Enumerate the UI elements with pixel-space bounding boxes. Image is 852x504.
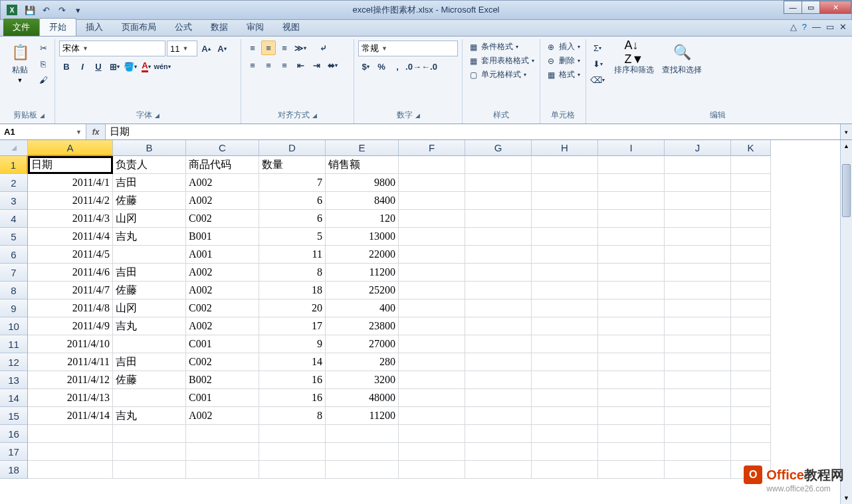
- percent-button[interactable]: %: [374, 59, 389, 74]
- cell[interactable]: 数量: [259, 156, 326, 174]
- row-header[interactable]: 1: [0, 156, 28, 174]
- cell[interactable]: [326, 461, 399, 479]
- cell[interactable]: [28, 425, 113, 443]
- format-painter-button[interactable]: 🖌: [36, 72, 51, 87]
- cell[interactable]: 2011/4/9: [28, 317, 113, 335]
- cell[interactable]: [465, 210, 532, 228]
- cell[interactable]: [465, 389, 532, 407]
- cell[interactable]: [113, 443, 186, 461]
- undo-button[interactable]: ↶: [39, 3, 53, 17]
- cell[interactable]: 2011/4/11: [28, 353, 113, 371]
- cell[interactable]: 17: [259, 317, 326, 335]
- cell[interactable]: [465, 299, 532, 317]
- cell[interactable]: [665, 461, 731, 479]
- cell[interactable]: [399, 210, 465, 228]
- row-header[interactable]: 5: [0, 228, 28, 246]
- cell[interactable]: [598, 407, 665, 425]
- cell[interactable]: C001: [186, 335, 259, 353]
- cell[interactable]: 11200: [326, 264, 399, 282]
- cell[interactable]: [665, 443, 731, 461]
- cell[interactable]: [665, 389, 731, 407]
- insert-cells-button[interactable]: ⊕插入▾: [544, 41, 582, 53]
- cell[interactable]: 9800: [326, 174, 399, 192]
- copy-button[interactable]: ⎘: [36, 56, 51, 71]
- cell[interactable]: [399, 246, 465, 264]
- cell[interactable]: 8: [259, 407, 326, 425]
- cell[interactable]: [598, 282, 665, 299]
- row-header[interactable]: 11: [0, 335, 28, 353]
- align-right-button[interactable]: ≡: [277, 58, 292, 72]
- cell[interactable]: [598, 264, 665, 282]
- number-format-select[interactable]: 常规▼: [358, 41, 458, 56]
- row-header[interactable]: 2: [0, 174, 28, 192]
- cell[interactable]: [326, 443, 399, 461]
- cell[interactable]: 2011/4/14: [28, 407, 113, 425]
- cell[interactable]: [532, 264, 598, 282]
- cell[interactable]: [186, 461, 259, 479]
- cell[interactable]: 吉丸: [113, 317, 186, 335]
- cell[interactable]: [259, 443, 326, 461]
- cell[interactable]: [326, 425, 399, 443]
- file-tab[interactable]: 文件: [3, 19, 39, 36]
- minimize-ribbon-icon[interactable]: △: [790, 22, 797, 32]
- column-header[interactable]: K: [731, 140, 771, 156]
- column-header[interactable]: F: [399, 140, 465, 156]
- cell[interactable]: [731, 246, 771, 264]
- cell[interactable]: [465, 443, 532, 461]
- cell[interactable]: [465, 156, 532, 174]
- fill-button[interactable]: ⬇▾: [590, 56, 605, 71]
- cell[interactable]: [731, 156, 771, 174]
- cell[interactable]: [731, 353, 771, 371]
- cell[interactable]: [399, 174, 465, 192]
- column-header[interactable]: J: [665, 140, 731, 156]
- decrease-decimal-button[interactable]: ←.0: [422, 59, 437, 74]
- cell[interactable]: 6: [259, 210, 326, 228]
- cell[interactable]: [532, 282, 598, 299]
- cell[interactable]: [532, 228, 598, 246]
- select-all-corner[interactable]: [0, 140, 28, 156]
- cell[interactable]: [399, 371, 465, 389]
- find-select-button[interactable]: 🔍 查找和选择: [659, 41, 704, 77]
- cell[interactable]: [598, 156, 665, 174]
- cell[interactable]: 佐藤: [113, 282, 186, 299]
- comma-button[interactable]: ,: [390, 59, 405, 74]
- row-header[interactable]: 18: [0, 461, 28, 479]
- cell[interactable]: 8: [259, 264, 326, 282]
- cell[interactable]: 2011/4/4: [28, 228, 113, 246]
- help-icon[interactable]: ?: [802, 22, 807, 32]
- column-header[interactable]: C: [186, 140, 259, 156]
- cell[interactable]: [532, 335, 598, 353]
- cell[interactable]: 11200: [326, 407, 399, 425]
- cell[interactable]: [598, 425, 665, 443]
- tab-开始[interactable]: 开始: [39, 18, 76, 36]
- mdi-restore-icon[interactable]: ▭: [826, 22, 834, 32]
- row-header[interactable]: 4: [0, 210, 28, 228]
- currency-button[interactable]: $▾: [358, 59, 373, 74]
- cell[interactable]: 3200: [326, 371, 399, 389]
- cell[interactable]: 2011/4/13: [28, 389, 113, 407]
- cell[interactable]: [532, 443, 598, 461]
- cell[interactable]: [186, 425, 259, 443]
- cell[interactable]: [399, 282, 465, 299]
- cell[interactable]: 11: [259, 246, 326, 264]
- cell[interactable]: A001: [186, 246, 259, 264]
- increase-decimal-button[interactable]: .0→: [406, 59, 421, 74]
- cell[interactable]: 120: [326, 210, 399, 228]
- vertical-scrollbar[interactable]: ▲ ▼: [840, 140, 852, 504]
- cell[interactable]: [598, 210, 665, 228]
- clipboard-launcher-icon[interactable]: ◢: [40, 112, 45, 119]
- cell[interactable]: [665, 174, 731, 192]
- cell[interactable]: 吉丸: [113, 407, 186, 425]
- font-name-select[interactable]: 宋体▼: [59, 41, 165, 56]
- cell[interactable]: [399, 264, 465, 282]
- cell[interactable]: [465, 353, 532, 371]
- tab-视图[interactable]: 视图: [273, 19, 309, 36]
- cell[interactable]: [598, 443, 665, 461]
- cell[interactable]: [532, 246, 598, 264]
- cell[interactable]: [465, 174, 532, 192]
- align-middle-button[interactable]: ≡: [261, 41, 276, 55]
- tab-页面布局[interactable]: 页面布局: [112, 19, 165, 36]
- cell[interactable]: [399, 192, 465, 210]
- cell[interactable]: [598, 371, 665, 389]
- increase-indent-button[interactable]: ⇥: [309, 58, 324, 72]
